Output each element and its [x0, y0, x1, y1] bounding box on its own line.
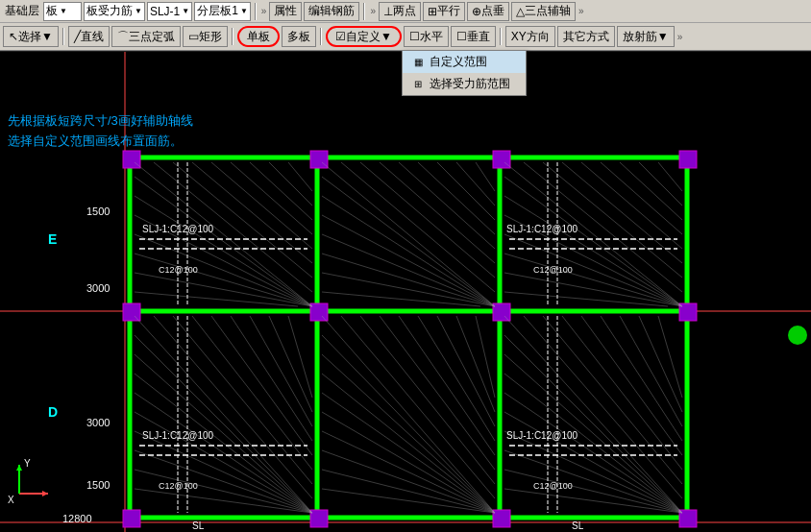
- corner-ml3: [493, 303, 510, 321]
- rebar-sub-br: C12@100: [533, 481, 573, 491]
- line-button[interactable]: ╱ 直线: [68, 26, 110, 47]
- parallel-button[interactable]: ⊞ 平行: [423, 2, 465, 21]
- double-arrow3: »: [578, 6, 584, 16]
- rebar-sub-tl: C12@100: [159, 265, 198, 275]
- toolbar-row1: 基础层 板 ▼ 板受力筋 ▼ SLJ-1 ▼ 分层板1 ▼ » 属性 编辑钢筋 …: [0, 0, 811, 23]
- svg-text:Y: Y: [24, 458, 31, 469]
- axis-label-e: E: [48, 231, 57, 247]
- radial-rebar-button[interactable]: 放射筋 ▼: [617, 26, 675, 47]
- horizontal-button[interactable]: ☐ 水平: [404, 26, 449, 47]
- separator5: [320, 28, 322, 45]
- vertical-button[interactable]: ☐ 垂直: [451, 26, 496, 47]
- three-point-button[interactable]: △ 三点辅轴: [511, 2, 576, 21]
- separator2: [363, 3, 365, 20]
- toolbar-container: 基础层 板 ▼ 板受力筋 ▼ SLJ-1 ▼ 分层板1 ▼ » 属性 编辑钢筋 …: [0, 0, 811, 51]
- slj-dropdown[interactable]: SLJ-1 ▼: [147, 2, 192, 21]
- corner-bl3: [493, 510, 510, 527]
- point-perp-button[interactable]: ⊕ 点垂: [467, 2, 509, 21]
- layer-board-dropdown[interactable]: 分层板1 ▼: [194, 2, 251, 21]
- separator6: [500, 28, 502, 45]
- separator1: [255, 3, 257, 20]
- dropdown-arrow4: ▼: [240, 7, 248, 15]
- edit-rebar-button[interactable]: 编辑钢筋: [304, 2, 359, 21]
- rebar-label-tr: SLJ-1:C12@100: [506, 224, 578, 234]
- rebar-label-bl: SLJ-1:C12@100: [142, 430, 214, 441]
- rebar-type-dropdown[interactable]: 板受力筋 ▼: [84, 2, 145, 21]
- single-board-button[interactable]: 单板: [237, 26, 280, 47]
- custom-dropdown-menu: ▦ 自定义范围 ⊞ 选择受力筋范围: [402, 50, 527, 96]
- property-button[interactable]: 属性: [269, 2, 302, 21]
- rebar-label-br: SLJ-1:C12@100: [506, 430, 578, 441]
- instruction-text: 先根据板短跨尺寸/3画好辅助轴线 选择自定义范围画线布置面筋。: [8, 111, 193, 152]
- rebar-label-tl: SLJ-1:C12@100: [142, 224, 214, 234]
- custom-range-item[interactable]: ▦ 自定义范围: [403, 51, 526, 73]
- xy-direction-button[interactable]: XY方向: [505, 26, 555, 47]
- separator4: [232, 28, 233, 45]
- two-point-button[interactable]: ⊥ 两点: [379, 2, 421, 21]
- dim-1500-bot: 1500: [86, 479, 110, 491]
- dim-12800: 12800: [62, 513, 92, 524]
- dim-3000-bot: 3000: [86, 417, 110, 428]
- double-arrow2: »: [370, 6, 376, 16]
- base-layer-dropdown[interactable]: 板 ▼: [43, 2, 82, 21]
- three-arc-button[interactable]: ⌒ 三点定弧: [111, 26, 181, 47]
- double-arrow1: »: [261, 6, 267, 16]
- rebar-sub-tr: C12@100: [533, 265, 573, 275]
- bottom-sl2: SL: [572, 520, 584, 531]
- corner-tl1: [123, 151, 140, 168]
- multi-board-button[interactable]: 多板: [282, 26, 316, 47]
- toolbar-row2: ↖ 选择 ▼ ╱ 直线 ⌒ 三点定弧 ▭ 矩形 单板 多板 ☑ 自定义 ▼: [0, 23, 811, 50]
- green-indicator: [788, 326, 807, 345]
- corner-tr: [679, 151, 697, 168]
- select-button[interactable]: ↖ 选择 ▼: [3, 26, 59, 47]
- svg-text:X: X: [8, 495, 14, 505]
- separator3: [62, 28, 64, 45]
- dropdown-arrow2: ▼: [135, 7, 142, 15]
- custom-range-icon: ▦: [410, 55, 426, 70]
- corner-bl1: [123, 510, 140, 527]
- dropdown-arrow: ▼: [60, 7, 67, 15]
- dim-1500-top: 1500: [86, 206, 110, 217]
- base-layer-label: 基础层: [2, 2, 42, 21]
- other-method-button[interactable]: 其它方式: [557, 26, 615, 47]
- rebar-sub-bl: C12@100: [159, 481, 198, 491]
- bottom-sl1: SL: [192, 520, 205, 531]
- select-rebar-icon: ⊞: [410, 77, 426, 92]
- rect-button[interactable]: ▭ 矩形: [183, 26, 228, 47]
- dropdown-arrow3: ▼: [182, 7, 189, 15]
- corner-tl2: [310, 151, 328, 168]
- custom-button[interactable]: ☑ 自定义 ▼: [326, 26, 402, 47]
- dim-3000-top: 3000: [86, 282, 110, 294]
- canvas-area: 先根据板短跨尺寸/3画好辅助轴线 选择自定义范围画线布置面筋。: [0, 52, 811, 532]
- select-rebar-range-item[interactable]: ⊞ 选择受力筋范围: [403, 73, 526, 95]
- corner-ml1: [123, 303, 140, 321]
- double-arrow4: »: [677, 32, 683, 42]
- corner-ml2: [310, 303, 328, 321]
- corner-tl3: [493, 151, 510, 168]
- axis-label-d: D: [48, 404, 58, 420]
- corner-bl2: [310, 510, 328, 527]
